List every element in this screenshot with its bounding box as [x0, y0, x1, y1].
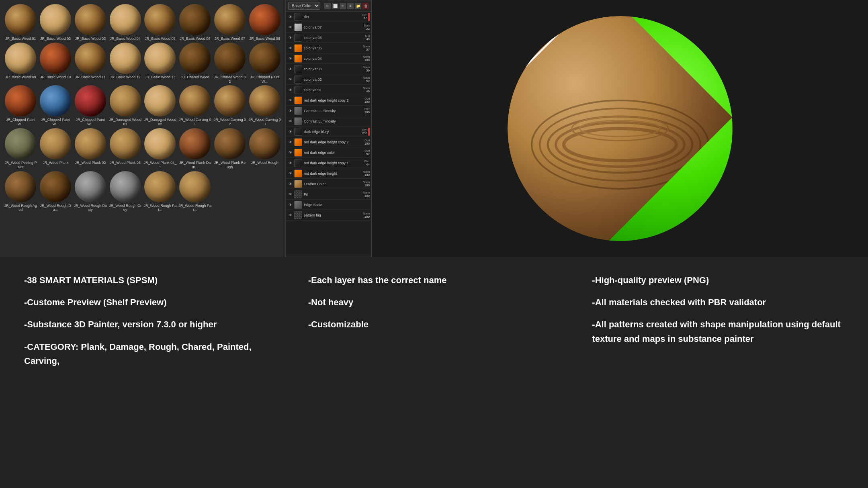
layer-visibility-toggle[interactable]: 👁: [287, 77, 293, 82]
material-item[interactable]: JR_Wood Plank Rough: [213, 128, 247, 169]
toolbar-edit-icon[interactable]: ✒: [340, 3, 346, 9]
layer-visibility-toggle[interactable]: 👁: [287, 87, 293, 93]
layer-visibility-toggle[interactable]: 👁: [287, 118, 293, 124]
material-item[interactable]: JR_Basic Wood 07: [213, 4, 247, 41]
layer-visibility-toggle[interactable]: 👁: [287, 192, 293, 197]
layer-visibility-toggle[interactable]: 👁: [287, 56, 293, 61]
layer-item[interactable]: 👁color var02Norm59: [286, 74, 371, 85]
material-label: JR_Chipped Paint W...: [39, 118, 72, 127]
material-item[interactable]: JR_Basic Wood 01: [4, 4, 37, 41]
layer-visibility-toggle[interactable]: 👁: [287, 14, 293, 20]
layer-item[interactable]: 👁Contrast LuminosityPbrr100: [286, 106, 371, 116]
material-item[interactable]: JR_Wood Plank 04_1: [143, 128, 177, 169]
toolbar-fx-icon[interactable]: ★: [347, 3, 354, 9]
material-sphere: [144, 171, 176, 202]
toolbar-folder-icon[interactable]: 📁: [355, 3, 361, 9]
layer-item[interactable]: 👁color var01Norm49: [286, 85, 371, 95]
layer-item[interactable]: 👁pattern bigNorm100: [286, 210, 371, 221]
layer-visibility-toggle[interactable]: 👁: [287, 139, 293, 145]
info-text-version: -Substance 3D Painter, version 7.3.0 or …: [24, 317, 276, 331]
layer-visibility-toggle[interactable]: 👁: [287, 212, 293, 218]
layer-meta: Ovrl100: [358, 139, 370, 145]
info-text-pbr: -All materials checked with PBR validato…: [592, 295, 844, 309]
material-label: JR_Basic Wood 02: [40, 37, 71, 41]
layer-item[interactable]: 👁red dark edge heightNorm100: [286, 168, 371, 179]
material-item[interactable]: JR_Wood Plank Dam...: [178, 128, 212, 169]
layer-visibility-toggle[interactable]: 👁: [287, 160, 293, 166]
material-sphere: [110, 4, 141, 35]
material-item[interactable]: JR_Wood Carving 01: [178, 85, 212, 127]
material-item[interactable]: JR_Basic Wood 08: [248, 4, 281, 41]
material-label: JR_Wood Plank 04_1: [143, 161, 177, 169]
material-item[interactable]: JR_Wood Carving 02: [213, 85, 247, 127]
layer-meta: Norm49: [358, 87, 370, 93]
layer-item[interactable]: 👁Edge Scale: [286, 200, 371, 210]
layer-visibility-toggle[interactable]: 👁: [287, 25, 293, 30]
material-item[interactable]: JR_Wood Carving 03: [248, 85, 281, 127]
layer-visibility-toggle[interactable]: 👁: [287, 202, 293, 208]
material-item[interactable]: JR_Basic Wood 12: [108, 43, 142, 84]
toolbar-mask-icon[interactable]: ⬜: [332, 3, 338, 9]
layer-item[interactable]: 👁color var07Scrn22: [286, 22, 371, 33]
material-item[interactable]: JR_Wood Rough Dusty: [74, 171, 107, 212]
layer-visibility-toggle[interactable]: 👁: [287, 171, 293, 176]
material-item[interactable]: JR_Wood Rough Da...: [39, 171, 72, 212]
toolbar-delete-icon[interactable]: 🗑: [362, 3, 369, 9]
svg-point-0: [564, 129, 676, 161]
layer-item[interactable]: 👁Contrast Luminosity: [286, 116, 371, 127]
material-item[interactable]: JR_Wood Rough Pai...: [178, 171, 212, 212]
material-item[interactable]: JR_Basic Wood 13: [143, 43, 177, 84]
material-item[interactable]: JR_Basic Wood 05: [143, 4, 177, 41]
layer-name: pattern big: [304, 213, 358, 217]
material-item[interactable]: JR_Basic Wood 06: [178, 4, 212, 41]
layer-visibility-toggle[interactable]: 👁: [287, 150, 293, 155]
material-item[interactable]: JR_Basic Wood 11: [74, 43, 107, 84]
layer-visibility-toggle[interactable]: 👁: [287, 45, 293, 51]
material-item[interactable]: JR_Wood Rough: [248, 128, 281, 169]
layer-visibility-toggle[interactable]: 👁: [287, 129, 293, 135]
material-label: JR_Chared Wood: [180, 75, 209, 80]
material-item[interactable]: JR_Chipped Paint W...: [39, 85, 72, 127]
base-color-dropdown[interactable]: Base Color: [288, 2, 320, 10]
material-item[interactable]: JR_Wood Rough Pai...: [143, 171, 177, 212]
layer-item[interactable]: 👁red dark edge height copy 2Ovrl100: [286, 95, 371, 106]
layer-visibility-toggle[interactable]: 👁: [287, 66, 293, 72]
layer-visibility-toggle[interactable]: 👁: [287, 181, 293, 187]
layer-item[interactable]: 👁color var04Norm100: [286, 53, 371, 64]
layer-thumbnail: [294, 34, 302, 42]
material-item[interactable]: JR_Basic Wood 03: [74, 4, 107, 41]
layer-item[interactable]: 👁color var03Norm59: [286, 64, 371, 74]
layer-item[interactable]: 👁red dark edge height copy 2Ovrl100: [286, 137, 371, 147]
material-item[interactable]: JR_Basic Wood 02: [39, 4, 72, 41]
material-item[interactable]: JR_Basic Wood 10: [39, 43, 72, 84]
material-item[interactable]: JR_Wood Rough Grey: [108, 171, 142, 212]
layer-item[interactable]: 👁FillNorm100: [286, 189, 371, 200]
material-item[interactable]: JR_Basic Wood 09: [4, 43, 37, 84]
layer-item[interactable]: 👁dirtOvrl80: [286, 12, 371, 22]
material-item[interactable]: JR_Wood Plank: [39, 128, 72, 169]
layer-item[interactable]: 👁red dark edge height copy 1Pbrr44: [286, 158, 371, 168]
material-item[interactable]: JR_Wood Peeling Paint: [4, 128, 37, 169]
material-item[interactable]: JR_Damaged Wood 01: [108, 85, 142, 127]
material-item[interactable]: JR_Basic Wood 04: [108, 4, 142, 41]
material-item[interactable]: JR_Wood Plank 02: [74, 128, 107, 169]
material-sphere: [75, 4, 106, 35]
material-item[interactable]: JR_Chipped Paint W...: [74, 85, 107, 127]
material-item[interactable]: JR_Chared Wood: [178, 43, 212, 84]
layer-visibility-toggle[interactable]: 👁: [287, 35, 293, 41]
layer-visibility-toggle[interactable]: 👁: [287, 108, 293, 114]
material-item[interactable]: JR_Chipped Paint W...: [4, 85, 37, 127]
toolbar-brush-icon[interactable]: ✏: [324, 3, 331, 9]
material-item[interactable]: JR_Chipped Paint W...: [248, 43, 281, 84]
material-label: JR_Wood Plank Dam...: [178, 161, 212, 169]
layer-item[interactable]: 👁dark edge bluryOvrl200: [286, 127, 371, 137]
material-item[interactable]: JR_Chared Wood 02: [213, 43, 247, 84]
layer-item[interactable]: 👁color var05Norm57: [286, 43, 371, 53]
layer-visibility-toggle[interactable]: 👁: [287, 98, 293, 103]
layer-item[interactable]: 👁Leather ColorNorm100: [286, 179, 371, 189]
material-item[interactable]: JR_Damaged Wood 02: [143, 85, 177, 127]
material-item[interactable]: JR_Wood Plank 03: [108, 128, 142, 169]
layer-item[interactable]: 👁red dark edge colorOvrl57: [286, 147, 371, 158]
layer-item[interactable]: 👁color var06Mul48: [286, 33, 371, 43]
material-item[interactable]: JR_Wood Rough Aged: [4, 171, 37, 212]
